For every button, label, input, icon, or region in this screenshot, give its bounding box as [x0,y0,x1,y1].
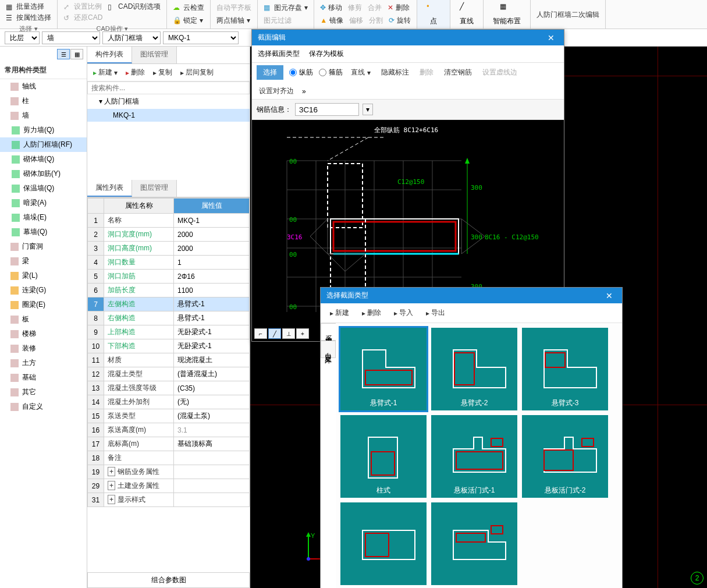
property-row[interactable]: 6加筋长度1100 [88,284,250,297]
side-tab-user[interactable]: 自定义库 [321,341,336,358]
property-row[interactable]: 12混凝土类型(普通混凝土) [88,367,250,381]
delete-component-button[interactable]: ▸删除 [123,66,147,79]
section-thumbnail[interactable]: 悬臂式-1 [340,328,427,410]
select-mode-button[interactable]: 选择 [257,65,283,80]
category-item[interactable]: 剪力墙(Q) [0,123,87,137]
snap-perp-icon[interactable]: ⊥ [282,328,295,339]
component-select[interactable]: MKQ-1 [163,31,239,44]
set-align-button[interactable]: 设置对齐边 [257,86,296,97]
property-row[interactable]: 11材质现浇混凝土 [88,353,250,367]
floor-copy-button[interactable]: ▸层间复制 [178,66,216,79]
category-item[interactable]: 幕墙(Q) [0,225,87,239]
tab-drawing-manage[interactable]: 图纸管理 [132,47,177,63]
category-item[interactable]: 楼梯 [0,327,87,341]
property-row[interactable]: 17底标高(m)基础顶标高 [88,437,250,451]
property-row[interactable]: 31+显示样式 [88,493,250,507]
section-thumbnail[interactable]: 悬臂式-3 [522,328,608,410]
category-item[interactable]: 土方 [0,356,87,370]
point-button[interactable]: •点 [421,1,446,27]
property-row[interactable]: 2洞口宽度(mm)2000 [88,228,250,242]
tab-component-list[interactable]: 构件列表 [87,47,132,63]
hoop-radio[interactable]: 箍筋 [319,68,343,77]
tree-item-mkq1[interactable]: MKQ-1 [87,109,250,122]
category-item[interactable]: 装修 [0,341,87,356]
copy-component-button[interactable]: ▸复制 [151,66,175,79]
category-item[interactable]: 连梁(G) [0,283,87,297]
category-item[interactable]: 其它 [0,385,87,399]
close-icon[interactable]: ✕ [544,33,558,42]
category-item[interactable]: 暗梁(A) [0,196,87,210]
menu-save-template[interactable]: 保存为模板 [309,49,344,59]
category-item[interactable]: 自定义 [0,399,87,414]
cad-recognize-button[interactable]: ▯CAD识别选项 [105,1,163,12]
view-toggle-grid[interactable]: ▦ [70,49,83,59]
category-item[interactable]: 轴线 [0,79,87,94]
save-view-button[interactable]: ▦图元存盘 ▾ [261,2,310,13]
by-attribute-select-button[interactable]: ☰按属性选择 [3,12,54,23]
category-item[interactable]: 基础 [0,370,87,385]
type-import-button[interactable]: ▸ 导入 [392,307,415,319]
snap-plus-icon[interactable]: + [296,328,309,339]
category-item[interactable]: 墙垛(E) [0,210,87,225]
rebar-value-input[interactable] [295,103,359,116]
combo-param-button[interactable]: 组合参数图 [87,572,250,588]
chevron-right-icon[interactable]: » [302,87,306,95]
property-row[interactable]: 5洞口加筋2Φ16 [88,270,250,284]
cloud-check-button[interactable]: ☁云检查 [170,2,207,13]
hide-annot-button[interactable]: 隐藏标注 [379,67,411,78]
dropdown-icon[interactable]: ▾ [363,104,373,115]
type-select[interactable]: 人防门框墙 [102,31,161,44]
category-item[interactable]: 梁 [0,254,87,268]
section-thumbnail[interactable]: 柱式 [340,415,427,498]
property-row[interactable]: 10下部构造无卧梁式-1 [88,339,250,353]
property-row[interactable]: 3洞口高度(mm)2000 [88,242,250,256]
search-input[interactable] [87,82,250,94]
property-row[interactable]: 15泵送类型(混凝土泵) [88,409,250,423]
close-icon[interactable]: ✕ [602,291,616,300]
category-item[interactable]: 砌体墙(Q) [0,152,87,167]
property-row[interactable]: 4洞口数量1 [88,256,250,270]
property-row[interactable]: 19+钢筋业务属性 [88,465,250,479]
property-row[interactable]: 18备注 [88,451,250,465]
property-row[interactable]: 7左侧构造悬臂式-1 [88,297,250,311]
rotate-button[interactable]: ⟳旋转 [386,15,413,26]
line-tool-button[interactable]: 直线 ▾ [349,67,373,78]
tree-root[interactable]: ▾ 人防门框墙 [87,94,250,109]
layer-select[interactable]: 比层 [5,31,40,44]
side-tab-system[interactable]: 系统内置 [321,323,336,341]
batch-select-button[interactable]: ▦批量选择 [3,1,47,12]
section-thumbnail[interactable] [431,502,517,585]
section-thumbnail[interactable] [340,502,427,585]
section-thumbnail[interactable]: 悬臂式-2 [431,328,517,410]
property-row[interactable]: 13混凝土强度等级(C35) [88,381,250,395]
category-item[interactable]: 墙 [0,108,87,123]
category-item[interactable]: 板 [0,312,87,327]
category-item[interactable]: 圈梁(E) [0,297,87,312]
type-delete-button[interactable]: ▸ 删除 [360,307,383,319]
category-item[interactable]: 人防门框墙(RF) [0,137,87,152]
section-thumbnail[interactable]: 悬板活门式-2 [522,415,608,498]
type-new-button[interactable]: ▸ 新建 [328,307,351,319]
property-row[interactable]: 1名称MKQ-1 [88,214,250,228]
vbar-radio[interactable]: 纵筋 [289,68,313,77]
new-component-button[interactable]: ▸新建 ▾ [91,66,120,79]
type-export-button[interactable]: ▸ 导出 [424,307,447,319]
move-button[interactable]: ✥移动 [318,2,344,13]
snap-corner-icon[interactable]: ⌐ [254,328,267,339]
secondary-edit-button[interactable]: 人防门框墙二次编辑 [534,9,602,20]
snap-line-icon[interactable]: ╱ [268,328,281,339]
property-row[interactable]: 16泵送高度(m)3.1 [88,423,250,437]
property-row[interactable]: 29+土建业务属性 [88,479,250,493]
property-row[interactable]: 14混凝土外加剂(无) [88,395,250,409]
category-item[interactable]: 砌体加筋(Y) [0,167,87,181]
clear-rebar-button[interactable]: 清空钢筋 [442,67,474,78]
smart-layout-button[interactable]: ▦智能布置 [487,1,527,27]
tab-property-list[interactable]: 属性列表 [87,180,132,197]
category-item[interactable]: 柱 [0,94,87,108]
two-point-aux-button[interactable]: 两点辅轴 ▾ [214,15,253,26]
category-item[interactable]: 保温墙(Q) [0,181,87,196]
tab-layer-manage[interactable]: 图层管理 [132,180,177,197]
view-toggle-list[interactable]: ☰ [57,49,70,59]
lock-button[interactable]: 🔒锁定 ▾ [170,15,205,26]
section-thumbnail[interactable]: 悬板活门式-1 [431,415,517,498]
